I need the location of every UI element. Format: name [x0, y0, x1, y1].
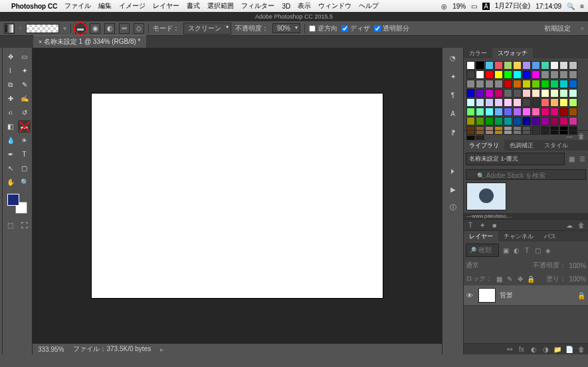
- canvas-viewport[interactable]: [33, 48, 442, 344]
- magic-wand-tool[interactable]: ✦: [18, 64, 31, 77]
- history-brush-tool[interactable]: ↺: [18, 106, 31, 119]
- filter-pixel-icon[interactable]: ▣: [502, 246, 510, 254]
- brush-tool[interactable]: ✍: [18, 92, 31, 105]
- dock-adjustments-icon[interactable]: ◔: [447, 52, 459, 64]
- stock-search[interactable]: 🔍 Adobe Stock を検索: [466, 169, 586, 180]
- layer-thumbnail[interactable]: [478, 288, 496, 303]
- swatch[interactable]: [522, 80, 531, 88]
- swatch[interactable]: [494, 108, 503, 116]
- swatch[interactable]: [532, 89, 540, 98]
- eraser-tool[interactable]: ◧: [4, 120, 17, 133]
- swatch[interactable]: [513, 108, 522, 116]
- crop-tool[interactable]: ⧉: [4, 78, 17, 91]
- dock-paragraph-icon[interactable]: ¶: [447, 89, 459, 101]
- reverse-checkbox[interactable]: 逆方向: [309, 24, 338, 33]
- stamp-tool[interactable]: ⎌: [4, 106, 17, 119]
- pen-tool[interactable]: ✒: [4, 148, 17, 161]
- swatch[interactable]: [559, 98, 568, 107]
- lock-trans-icon[interactable]: ▦: [495, 275, 503, 283]
- swatch[interactable]: [550, 117, 559, 125]
- swatch[interactable]: [476, 89, 484, 98]
- menu-edit[interactable]: 編集: [98, 1, 112, 11]
- move-tool[interactable]: ✥: [4, 50, 17, 63]
- swatch[interactable]: [476, 98, 484, 107]
- hand-tool[interactable]: ✋: [4, 176, 17, 188]
- swatch[interactable]: [550, 108, 559, 116]
- shape-tool[interactable]: ▢: [18, 162, 31, 175]
- fill-value[interactable]: 100%: [569, 275, 586, 283]
- swatch[interactable]: [569, 108, 577, 116]
- blend-mode-dropdown[interactable]: スクリーン: [183, 23, 231, 35]
- swatch[interactable]: [569, 70, 577, 79]
- swatch[interactable]: [504, 89, 512, 98]
- swatch[interactable]: [541, 80, 549, 88]
- swatch[interactable]: [513, 117, 522, 125]
- swatch[interactable]: [569, 61, 577, 70]
- swatch[interactable]: [522, 61, 531, 70]
- layer-opacity-value[interactable]: 100%: [569, 262, 586, 269]
- tab-channels[interactable]: チャンネル: [498, 231, 539, 242]
- chevron-icon[interactable]: »: [580, 25, 584, 32]
- tab-adjustments[interactable]: 色調補正: [504, 140, 539, 151]
- dock-brushes-icon[interactable]: ✦: [447, 70, 459, 82]
- blend-mode-select[interactable]: 通常: [466, 261, 479, 270]
- layer-filter-dropdown[interactable]: 🔎 種類: [466, 244, 499, 257]
- document-canvas[interactable]: [92, 94, 383, 298]
- swatch[interactable]: [485, 89, 494, 98]
- swatch[interactable]: [466, 98, 475, 107]
- tab-swatches[interactable]: スウォッチ: [492, 48, 533, 58]
- workspace-preset[interactable]: 初期設定: [544, 24, 571, 33]
- swatch[interactable]: [466, 70, 475, 79]
- delete-layer-icon[interactable]: 🗑: [577, 345, 585, 353]
- swatch[interactable]: [532, 108, 540, 116]
- swatch[interactable]: [485, 108, 494, 116]
- foreground-color[interactable]: [7, 194, 19, 206]
- menu-3d[interactable]: 3D: [282, 3, 290, 10]
- swatch[interactable]: [569, 89, 577, 98]
- mask-icon[interactable]: ◐: [530, 345, 538, 353]
- grid-view-icon[interactable]: ▦: [567, 155, 575, 163]
- swatch[interactable]: [466, 61, 475, 70]
- ime-icon[interactable]: A: [482, 3, 490, 10]
- visibility-icon[interactable]: 👁: [466, 292, 474, 299]
- swatch[interactable]: [513, 80, 522, 88]
- library-thumbnail[interactable]: [466, 183, 506, 210]
- swatch[interactable]: [550, 98, 559, 107]
- swatch[interactable]: [466, 117, 475, 125]
- wifi-icon[interactable]: ◎: [441, 3, 447, 10]
- swatch[interactable]: [559, 89, 568, 98]
- lib-fx-icon[interactable]: ✦: [478, 221, 486, 229]
- filter-adjust-icon[interactable]: ◐: [512, 246, 520, 254]
- lib-cloud-icon[interactable]: ☁: [565, 221, 573, 229]
- swatch[interactable]: [550, 70, 559, 79]
- swatch[interactable]: [504, 98, 512, 107]
- swatch[interactable]: [541, 98, 549, 107]
- app-name[interactable]: Photoshop CC: [11, 3, 57, 10]
- minimize-icon[interactable]: —: [565, 132, 573, 140]
- fx-icon[interactable]: fx: [518, 345, 526, 353]
- lib-add-icon[interactable]: T: [466, 221, 474, 229]
- new-layer-icon[interactable]: 📄: [565, 345, 573, 353]
- trash-icon[interactable]: 🗑: [577, 132, 585, 140]
- lock-pos-icon[interactable]: ✥: [516, 275, 524, 283]
- swatch[interactable]: [476, 80, 484, 88]
- swatch[interactable]: [532, 98, 540, 107]
- menu-filter[interactable]: フィルター: [241, 1, 274, 11]
- lock-all-icon[interactable]: 🔒: [527, 275, 535, 283]
- swatch[interactable]: [513, 98, 522, 107]
- marquee-tool[interactable]: ▭: [18, 50, 31, 63]
- dock-actions-icon[interactable]: ▶: [447, 183, 459, 195]
- spotlight-icon[interactable]: 🔍: [567, 3, 575, 10]
- file-info[interactable]: ファイル：373.5K/0 bytes: [73, 344, 151, 354]
- swatch[interactable]: [522, 89, 531, 98]
- swatch[interactable]: [476, 108, 484, 116]
- layer-name[interactable]: 背景: [500, 291, 513, 300]
- swatch[interactable]: [532, 70, 540, 79]
- gradient-tool-icon[interactable]: [4, 23, 15, 34]
- gradient-tool[interactable]: ▬: [18, 120, 31, 133]
- swatch[interactable]: [559, 117, 568, 125]
- swatch[interactable]: [522, 117, 531, 125]
- swatch[interactable]: [504, 117, 512, 125]
- reflected-gradient-btn[interactable]: ═: [119, 23, 130, 34]
- quickmask-tool[interactable]: ⬚: [4, 219, 17, 232]
